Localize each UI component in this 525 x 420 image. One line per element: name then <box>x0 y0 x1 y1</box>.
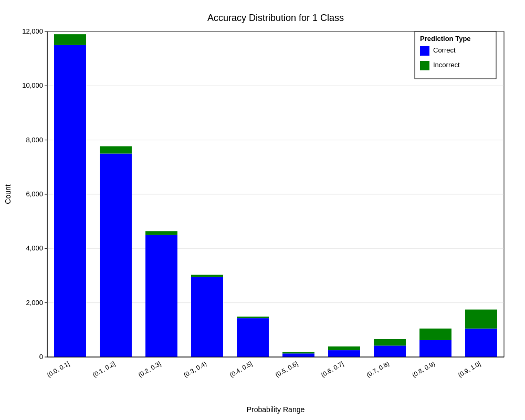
svg-rect-41 <box>465 329 497 357</box>
svg-rect-30 <box>191 275 223 277</box>
svg-rect-32 <box>237 317 269 318</box>
svg-rect-27 <box>145 235 177 358</box>
svg-text:Prediction Type: Prediction Type <box>420 35 471 43</box>
svg-rect-39 <box>419 340 452 357</box>
svg-text:2,000: 2,000 <box>26 299 43 307</box>
svg-text:Count: Count <box>4 184 12 204</box>
svg-rect-31 <box>237 318 269 357</box>
svg-text:Accuracy Distribution for 1 Cl: Accuracy Distribution for 1 Class <box>207 13 344 23</box>
svg-text:8,000: 8,000 <box>26 136 43 144</box>
svg-rect-40 <box>419 329 452 340</box>
svg-text:12,000: 12,000 <box>22 27 43 35</box>
svg-rect-60 <box>420 46 429 56</box>
svg-rect-62 <box>420 61 429 70</box>
svg-rect-29 <box>191 277 223 357</box>
svg-text:0: 0 <box>39 353 43 361</box>
svg-rect-26 <box>100 146 132 154</box>
svg-text:6,000: 6,000 <box>26 190 43 198</box>
svg-rect-24 <box>54 34 86 45</box>
svg-rect-28 <box>145 231 177 235</box>
svg-rect-38 <box>374 339 406 345</box>
svg-text:4,000: 4,000 <box>26 244 43 252</box>
svg-text:Incorrect: Incorrect <box>433 61 460 69</box>
svg-rect-34 <box>282 352 314 353</box>
svg-text:Correct: Correct <box>433 46 456 54</box>
svg-rect-35 <box>328 350 360 357</box>
svg-text:10,000: 10,000 <box>22 81 43 89</box>
svg-rect-23 <box>54 45 86 357</box>
svg-rect-36 <box>328 346 360 350</box>
svg-rect-25 <box>100 154 132 358</box>
chart-container: 02,0004,0006,0008,00010,00012,000(0.0, 0… <box>0 0 525 420</box>
svg-rect-37 <box>374 345 406 357</box>
svg-rect-33 <box>282 353 314 357</box>
svg-rect-42 <box>465 310 497 329</box>
chart-svg: 02,0004,0006,0008,00010,00012,000(0.0, 0… <box>0 0 525 420</box>
svg-text:Probability Range: Probability Range <box>247 405 305 414</box>
